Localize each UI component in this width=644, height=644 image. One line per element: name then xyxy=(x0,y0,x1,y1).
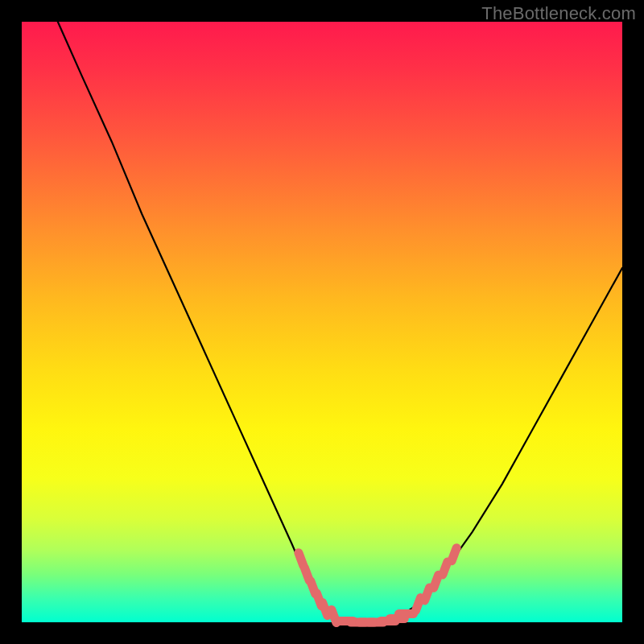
highlight-dot xyxy=(434,575,439,588)
chart-svg xyxy=(22,22,622,622)
highlight-dots xyxy=(299,548,456,623)
highlight-dot xyxy=(323,603,328,616)
highlight-dot xyxy=(452,548,456,561)
bottleneck-curve xyxy=(58,22,622,622)
highlight-dot xyxy=(425,588,430,601)
chart-container: TheBottleneck.com xyxy=(0,0,644,644)
highlight-dot xyxy=(415,598,420,611)
watermark-text: TheBottleneck.com xyxy=(481,3,636,24)
highlight-dot xyxy=(443,562,448,575)
highlight-dot xyxy=(299,553,303,566)
